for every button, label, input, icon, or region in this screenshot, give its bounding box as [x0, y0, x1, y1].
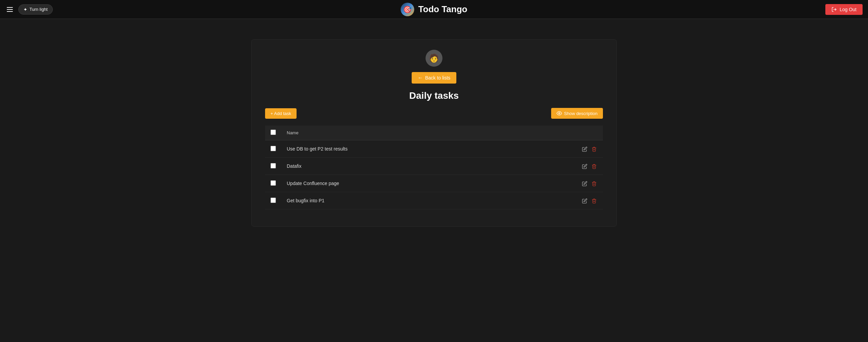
sun-icon: ✦	[23, 7, 27, 12]
task-table: Name Use DB to get P2 test results	[265, 126, 603, 209]
task-checkbox-cell	[265, 175, 281, 192]
task-actions-cell	[576, 158, 603, 175]
table-row: Get bugfix into P1	[265, 192, 603, 209]
trash-icon	[591, 181, 597, 186]
header-center: 🎯 Todo Tango	[401, 3, 468, 16]
back-to-lists-label: Back to lists	[425, 75, 451, 81]
task-checkbox-3[interactable]	[270, 198, 276, 203]
action-icons	[581, 197, 598, 204]
table-row: Datafix	[265, 158, 603, 175]
trash-icon	[591, 164, 597, 169]
task-checkbox-1[interactable]	[270, 163, 276, 168]
trash-icon	[591, 146, 597, 152]
edit-task-button[interactable]	[581, 197, 588, 204]
select-all-checkbox[interactable]	[270, 130, 276, 135]
show-description-label: Show description	[564, 111, 598, 116]
delete-task-button[interactable]	[591, 162, 598, 170]
delete-task-button[interactable]	[591, 145, 598, 153]
pencil-icon	[582, 198, 587, 204]
eye-icon	[557, 111, 562, 116]
task-name-cell: Get bugfix into P1	[281, 192, 576, 209]
svg-point-1	[559, 113, 560, 114]
table-row: Update Confluence page	[265, 175, 603, 192]
menu-button[interactable]	[5, 6, 14, 13]
task-actions-cell	[576, 175, 603, 192]
add-task-label: + Add task	[270, 111, 291, 116]
task-actions-cell	[576, 192, 603, 209]
table-row: Use DB to get P2 test results	[265, 140, 603, 158]
pencil-icon	[582, 181, 587, 186]
task-actions-row: + Add task Show description	[265, 108, 603, 119]
app-logo: 🎯	[401, 3, 414, 16]
trash-icon	[591, 198, 597, 204]
delete-task-button[interactable]	[591, 180, 598, 187]
task-table-body: Use DB to get P2 test results	[265, 140, 603, 209]
task-actions-cell	[576, 140, 603, 158]
main-content: 🧑 ← Back to lists Daily tasks + Add task…	[0, 19, 868, 247]
task-checkbox-cell	[265, 158, 281, 175]
edit-task-button[interactable]	[581, 180, 588, 187]
task-name-cell: Datafix	[281, 158, 576, 175]
delete-task-button[interactable]	[591, 197, 598, 204]
task-card: 🧑 ← Back to lists Daily tasks + Add task…	[251, 39, 617, 227]
logout-icon	[831, 7, 837, 12]
arrow-left-icon: ←	[418, 75, 423, 81]
task-checkbox-cell	[265, 192, 281, 209]
avatar: 🧑	[426, 50, 442, 67]
header-checkbox-col	[265, 126, 281, 140]
header-name-col: Name	[281, 126, 576, 140]
pencil-icon	[582, 146, 587, 152]
action-icons	[581, 180, 598, 187]
list-title: Daily tasks	[265, 90, 603, 101]
task-checkbox-2[interactable]	[270, 180, 276, 186]
back-to-lists-button[interactable]: ← Back to lists	[412, 72, 457, 84]
edit-task-button[interactable]	[581, 145, 588, 153]
turn-light-button[interactable]: ✦ Turn light	[18, 4, 53, 15]
show-description-button[interactable]: Show description	[551, 108, 603, 119]
header-actions-col	[576, 126, 603, 140]
turn-light-label: Turn light	[29, 7, 48, 12]
logout-label: Log Out	[840, 7, 856, 12]
table-header: Name	[265, 126, 603, 140]
logout-button[interactable]: Log Out	[825, 4, 863, 15]
pencil-icon	[582, 164, 587, 169]
edit-task-button[interactable]	[581, 162, 588, 170]
action-icons	[581, 145, 598, 153]
task-checkbox-cell	[265, 140, 281, 158]
task-name-cell: Use DB to get P2 test results	[281, 140, 576, 158]
task-checkbox-0[interactable]	[270, 146, 276, 151]
add-task-button[interactable]: + Add task	[265, 108, 297, 119]
app-title: Todo Tango	[418, 4, 468, 15]
action-icons	[581, 162, 598, 170]
app-header: ✦ Turn light 🎯 Todo Tango Log Out	[0, 0, 868, 19]
task-name-cell: Update Confluence page	[281, 175, 576, 192]
card-top: 🧑 ← Back to lists	[265, 50, 603, 84]
header-left: ✦ Turn light	[5, 4, 53, 15]
